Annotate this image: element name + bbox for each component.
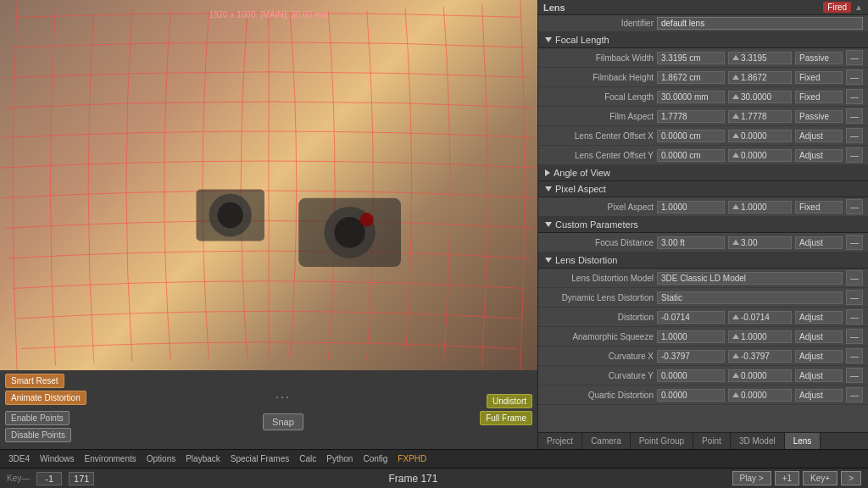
focal-length-minus-btn[interactable]: — (846, 89, 863, 104)
lens-distortion-model-minus-btn[interactable]: — (846, 270, 863, 286)
identifier-label: Identifier (543, 19, 654, 28)
anamorphic-label: Anamorphic Squeeze (543, 332, 654, 341)
lens-distortion-model-dropdown[interactable]: 3DE Classic LD Model (657, 272, 843, 285)
filmback-width-minus-btn[interactable]: — (846, 50, 863, 65)
filmback-height-up-icon (732, 75, 739, 80)
enable-points-button[interactable]: Enable Points (5, 411, 70, 425)
pixel-aspect-up-icon (732, 204, 739, 209)
quartic-value: 0.0000 (657, 389, 725, 402)
lens-distortion-label: Lens Distortion (555, 255, 617, 265)
menu-playback[interactable]: Playback (182, 453, 224, 464)
quartic-value2: 0.0000 (728, 389, 792, 402)
lens-center-y-minus-btn[interactable]: — (846, 147, 863, 163)
focal-length-val-label: Focal Length (543, 92, 654, 102)
angle-of-view-header[interactable]: Angle of View (538, 165, 868, 181)
lens-distortion-header[interactable]: Lens Distortion (538, 252, 868, 269)
filmback-width-value2: 3.3195 (728, 52, 792, 64)
scrollbar-up-arrow[interactable]: ▲ (854, 3, 863, 12)
key-minus1-value: -1 (36, 472, 62, 485)
pixel-aspect-minus-btn[interactable]: — (846, 199, 863, 214)
tabs-row: Project Camera Point Group Point 3D Mode… (538, 432, 868, 449)
distortion-minus-btn[interactable]: — (846, 309, 863, 324)
custom-params-header[interactable]: Custom Parameters (538, 217, 868, 233)
anamorphic-up-icon (732, 334, 739, 339)
menu-config[interactable]: Config (359, 453, 391, 464)
right-panel-scroll[interactable]: Identifier Focal Length Filmback Width 3… (538, 15, 868, 432)
focal-length-header[interactable]: Focal Length (538, 32, 868, 48)
menu-calc[interactable]: Calc (296, 453, 320, 464)
fired-badge: Fired (823, 2, 851, 13)
animate-distortion-button[interactable]: Animate Distortion (5, 391, 86, 405)
curvature-x-label: Curvature X (543, 352, 654, 361)
menu-fxphd[interactable]: FXPHD (394, 453, 430, 464)
identifier-input[interactable] (657, 17, 863, 30)
film-aspect-minus-btn[interactable]: — (846, 108, 863, 124)
tab-lens[interactable]: Lens (785, 433, 821, 449)
curvature-y-value2: 0.0000 (728, 369, 792, 382)
curvature-x-value2: -0.3797 (728, 350, 792, 363)
arrow-right-button[interactable]: > (841, 471, 861, 485)
focal-length-label: Focal Length (555, 35, 609, 45)
curvature-y-up-icon (732, 373, 739, 378)
focus-distance-minus-btn[interactable]: — (846, 235, 863, 250)
menu-options[interactable]: Options (143, 453, 179, 464)
quartic-label: Quartic Distortion (543, 391, 654, 400)
dynamic-lens-distortion-label: Dynamic Lens Distortion (543, 293, 654, 302)
curvature-y-minus-btn[interactable]: — (846, 368, 863, 383)
smart-reset-button[interactable]: Smart Reset (5, 374, 64, 388)
status-bar: Key— -1 171 Frame 171 Play > +1 Key+ > (0, 468, 868, 488)
pixel-aspect-value: 1.0000 (657, 201, 725, 214)
undistort-button[interactable]: Undistort (487, 394, 532, 408)
dots-separator: ··· (275, 390, 291, 403)
viewport-panel: 1920 x 1080; [MAIN]; 30.00 mm Smart Rese… (0, 0, 537, 449)
tab-point[interactable]: Point (693, 433, 731, 449)
keyplus-button[interactable]: Key+ (803, 471, 837, 485)
anamorphic-minus-btn[interactable]: — (846, 329, 863, 344)
lens-center-x-up-icon (732, 133, 739, 138)
lens-center-y-mode: Adjust (795, 149, 843, 162)
pixel-aspect-mode: Fixed (795, 201, 843, 214)
focus-distance-label: Focus Distance (543, 238, 654, 247)
lens-center-x-minus-btn[interactable]: — (846, 128, 863, 143)
pixel-aspect-header[interactable]: Pixel Aspect (538, 181, 868, 197)
curvature-x-minus-btn[interactable]: — (846, 348, 863, 363)
frame-display: Frame 171 (101, 473, 725, 485)
menu-windows[interactable]: Windows (36, 453, 78, 464)
tab-camera[interactable]: Camera (582, 433, 631, 449)
key-label: Key— (7, 474, 30, 483)
menu-special-frames[interactable]: Special Frames (227, 453, 292, 464)
focus-distance-row: Focus Distance 3.00 ft 3.00 Adjust — (538, 233, 868, 252)
play-button[interactable]: Play > (732, 471, 771, 485)
filmback-width-label: Filmback Width (543, 53, 654, 63)
lens-center-y-row: Lens Center Offset Y 0.0000 cm 0.0000 Ad… (538, 146, 868, 165)
pixel-aspect-row: Pixel Aspect 1.0000 1.0000 Fixed — (538, 197, 868, 217)
menu-3de4[interactable]: 3DE4 (5, 453, 33, 464)
distortion-mode: Adjust (795, 311, 843, 324)
filmback-height-minus-btn[interactable]: — (846, 69, 863, 85)
menu-python[interactable]: Python (323, 453, 356, 464)
lens-center-x-mode: Adjust (795, 130, 843, 142)
focal-length-value2: 30.0000 (728, 91, 792, 103)
snap-button[interactable]: Snap (263, 413, 303, 430)
menu-bar: 3DE4 Windows Environments Options Playba… (0, 449, 868, 468)
distortion-value: -0.0714 (657, 311, 725, 324)
anamorphic-value2: 1.0000 (728, 330, 792, 343)
menu-environments[interactable]: Environments (81, 453, 140, 464)
dynamic-lens-distortion-minus-btn[interactable]: — (846, 290, 863, 305)
disable-points-button[interactable]: Disable Points (5, 428, 71, 442)
collapse-pixel-aspect-icon (545, 186, 552, 191)
curvature-x-up-icon (732, 353, 739, 358)
right-panel: Lens Fired ▲ Identifier Focal Length Fil… (537, 0, 868, 449)
distortion-row: Distortion -0.0714 -0.0714 Adjust — (538, 308, 868, 327)
distortion-value2: -0.0714 (728, 311, 792, 324)
full-frame-button[interactable]: Full Frame (480, 411, 532, 425)
quartic-up-icon (732, 392, 739, 397)
tab-project[interactable]: Project (538, 433, 582, 449)
distortion-label: Distortion (543, 313, 654, 322)
tab-point-group[interactable]: Point Group (631, 433, 693, 449)
dynamic-lens-distortion-dropdown[interactable]: Static (657, 291, 843, 304)
tab-3d-model[interactable]: 3D Model (731, 433, 785, 449)
quartic-minus-btn[interactable]: — (846, 387, 863, 402)
plus1-button[interactable]: +1 (775, 471, 799, 485)
pixel-aspect-label: Pixel Aspect (555, 184, 606, 194)
